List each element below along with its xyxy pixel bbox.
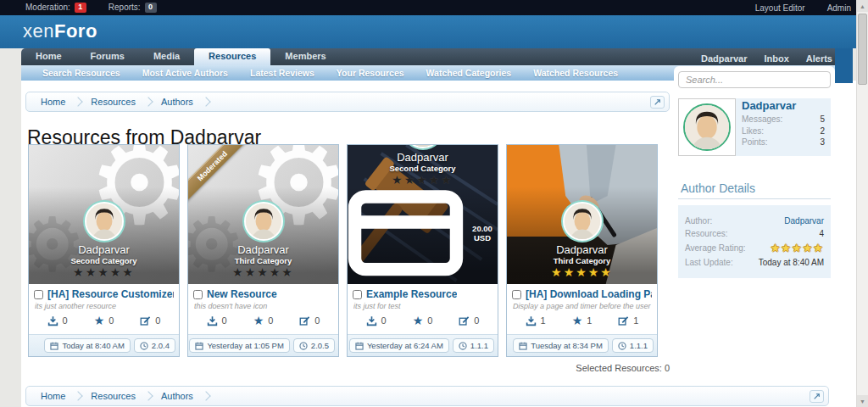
moderation-link[interactable]: Moderation: 1 [25, 3, 86, 13]
clock-icon [299, 342, 308, 350]
subnav-watched-resources[interactable]: Watched Resources [522, 68, 629, 78]
resource-title-link[interactable]: New Resource [207, 288, 277, 300]
resource-author-name[interactable]: Dadparvar [348, 151, 498, 164]
resource-card-image[interactable]: Moderated ⚙ ⚙ Dadparvar Third Category ★… [188, 145, 338, 284]
subnav-most-active-authors[interactable]: Most Active Authors [131, 68, 239, 78]
resource-title-link[interactable]: [HA] Resource Customizer [47, 288, 174, 300]
share-page-button[interactable] [810, 390, 824, 403]
star-icon: ★ [572, 315, 583, 326]
breadcrumb-resources[interactable]: Resources [80, 97, 147, 107]
resource-image-overlay: Dadparvar Third Category ★★★★★ [507, 202, 657, 280]
tab-members[interactable]: Members [270, 48, 340, 65]
review-icon [459, 315, 470, 326]
review-icon [299, 315, 310, 326]
resource-date: Yesterday at 6:24 AM [349, 338, 449, 353]
breadcrumb-home[interactable]: Home [30, 97, 76, 107]
sidebar-username-link[interactable]: Dadparvar [742, 99, 825, 112]
resource-card-image[interactable]: ⚙ ⚙ Dadparvar Second Category ★★★★★ [29, 145, 179, 284]
subnav-search-resources[interactable]: Search Resources [31, 68, 131, 78]
price-tag-icon [348, 187, 464, 280]
breadcrumb-authors[interactable]: Authors [150, 97, 204, 107]
search-input[interactable] [678, 71, 831, 88]
share-arrow-icon [654, 98, 661, 106]
calendar-icon [195, 342, 203, 350]
reports-count-badge: 0 [145, 3, 157, 13]
resource-author-name[interactable]: Dadparvar [507, 243, 657, 256]
resource-version: 1.1.1 [612, 338, 654, 353]
resource-card-footer: Yesterday at 6:24 AM 1.1.1 [348, 334, 498, 356]
author-row: Author: Dadparvar [685, 216, 824, 226]
resource-card-footer: Tuesday at 8:34 PM 1.1.1 [507, 334, 657, 356]
visitor-panel: Dadparvar Messages: 5 Likes: 2 Points: 3 [678, 98, 831, 156]
tab-media[interactable]: Media [139, 48, 194, 65]
share-page-button[interactable] [650, 96, 665, 109]
author-avatar[interactable] [403, 145, 442, 148]
resource-card-image[interactable]: Dadparvar Second Category ★★★★★ 20.00 US… [348, 145, 498, 284]
author-name-link[interactable]: Dadparvar [784, 216, 824, 226]
scroll-down-button[interactable]: ▼ [857, 395, 868, 407]
review-count: 1 [618, 315, 638, 326]
clock-icon [618, 342, 626, 350]
resource-category[interactable]: Third Category [507, 256, 657, 265]
account-link[interactable]: Dadparvar [693, 51, 755, 64]
resource-image-overlay: Dadparvar Second Category ★★★★★ [29, 202, 179, 280]
admin-toolbar: Moderation: 1 Reports: 0 Layout Editor A… [0, 0, 868, 15]
subnav-latest-reviews[interactable]: Latest Reviews [239, 68, 326, 78]
resource-select-checkbox[interactable] [353, 290, 362, 299]
calendar-icon [355, 342, 364, 350]
author-avatar[interactable] [85, 202, 124, 241]
resource-author-name[interactable]: Dadparvar [29, 243, 179, 256]
download-count: 0 [366, 315, 387, 326]
scroll-up-button[interactable]: ▲ [857, 0, 868, 12]
likes-count[interactable]: 2 [820, 125, 825, 137]
tab-home[interactable]: Home [21, 48, 76, 65]
messages-count[interactable]: 5 [820, 114, 825, 125]
resource-select-checkbox[interactable] [193, 290, 203, 299]
author-avatar[interactable] [244, 202, 283, 241]
stat-row: Points: 3 [742, 137, 825, 148]
last-update-row: Last Update: Today at 8:40 AM [685, 258, 824, 267]
layout-editor-link[interactable]: Layout Editor [755, 3, 805, 13]
download-count: 0 [47, 315, 68, 326]
clock-icon [459, 342, 467, 350]
resource-title-link[interactable]: Example Resource [366, 288, 457, 300]
resource-card-footer: Yesterday at 1:05 PM 2.0.5 [188, 334, 338, 356]
review-icon [618, 315, 629, 326]
resource-title-link[interactable]: [HA] Download Loading Page [526, 288, 652, 300]
breadcrumb-resources[interactable]: Resources [80, 391, 147, 401]
download-count: 1 [526, 315, 546, 326]
resource-tagline: its just for test [353, 302, 492, 310]
resource-price: 20.00 USD [348, 187, 498, 280]
tab-resources[interactable]: Resources [194, 48, 270, 65]
subnav-watched-categories[interactable]: Watched Categories [415, 68, 523, 78]
resource-select-checkbox[interactable] [34, 290, 43, 299]
resource-tagline: this doesn't have icon [194, 302, 333, 310]
resource-card-info: [HA] Resource Customizer its just anothe… [29, 284, 179, 334]
author-avatar[interactable] [563, 202, 602, 241]
resource-select-checkbox[interactable] [512, 290, 521, 299]
moderation-count-badge: 1 [75, 3, 86, 13]
tab-forums[interactable]: Forums [76, 48, 139, 65]
reports-link[interactable]: Reports: 0 [108, 3, 157, 13]
rating-count: ★ 0 [413, 315, 433, 326]
xenforo-logo[interactable]: xenForo [23, 20, 97, 42]
resource-category[interactable]: Second Category [29, 256, 179, 265]
breadcrumb-home[interactable]: Home [30, 391, 76, 401]
points-count[interactable]: 3 [820, 137, 825, 148]
resource-category[interactable]: Second Category [348, 164, 498, 173]
admin-link[interactable]: Admin [827, 3, 851, 13]
resource-date: Tuesday at 8:34 PM [513, 338, 609, 353]
moderation-label: Moderation: [25, 3, 70, 12]
resource-category[interactable]: Third Category [188, 256, 338, 265]
search-panel [674, 66, 835, 92]
breadcrumb-authors[interactable]: Authors [150, 391, 204, 401]
inbox-link[interactable]: Inbox [755, 51, 797, 64]
scrollbar-thumb[interactable] [858, 14, 867, 85]
subnav-your-resources[interactable]: Your Resources [326, 68, 415, 78]
rating-count: ★ 1 [572, 315, 593, 326]
resource-card-info: New Resource this doesn't have icon 0 ★ … [188, 284, 338, 334]
resource-card-image[interactable]: Dadparvar Third Category ★★★★★ [507, 145, 657, 284]
resource-card-info: [HA] Download Loading Page Display a pag… [507, 284, 657, 334]
resource-author-name[interactable]: Dadparvar [188, 243, 338, 256]
sidebar-avatar[interactable] [678, 98, 736, 156]
